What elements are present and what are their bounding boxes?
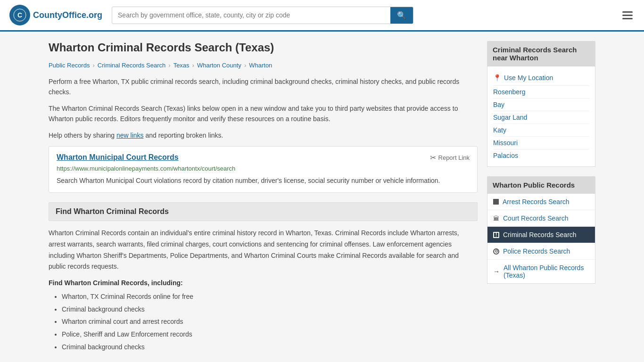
building-icon: 🏛 [493, 215, 499, 222]
logo-text: CountyOffice.org [33, 10, 102, 20]
breadcrumb-criminal-records-search[interactable]: Criminal Records Search [98, 62, 166, 69]
scissors-icon: ✂ [430, 153, 436, 162]
pin-icon: 📍 [493, 74, 501, 82]
breadcrumb: Public Records › Criminal Records Search… [49, 62, 478, 69]
record-card-url[interactable]: https://www.municipalonlinepayments.com/… [57, 165, 470, 172]
breadcrumb-wharton[interactable]: Wharton [249, 62, 272, 69]
near-location-bay[interactable]: Bay [493, 99, 589, 111]
sidebar: Criminal Records Search near Wharton 📍 U… [487, 41, 595, 353]
new-links-link[interactable]: new links [116, 132, 144, 139]
arrest-records-link[interactable]: Arrest Records Search [503, 198, 570, 206]
site-header: C CountyOffice.org 🔍 [0, 0, 644, 32]
section-header: Find Wharton Criminal Records [49, 202, 478, 221]
intro-paragraph-1: Perform a free Wharton, TX public crimin… [49, 76, 478, 98]
pub-record-police[interactable]: ⚙ Police Records Search [487, 243, 595, 260]
hamburger-menu[interactable] [620, 9, 635, 21]
public-records-title: Wharton Public Records [487, 176, 595, 194]
main-wrapper: Wharton Criminal Records Search (Texas) … [39, 32, 605, 362]
public-records-section: Wharton Public Records Arrest Records Se… [487, 176, 595, 284]
list-item: Wharton criminal court and arrest record… [62, 315, 478, 328]
site-logo[interactable]: C CountyOffice.org [9, 5, 102, 25]
near-location-missouri[interactable]: Missouri [493, 137, 589, 149]
near-wharton-section: Criminal Records Search near Wharton 📍 U… [487, 41, 595, 167]
record-card-header: Wharton Municipal Court Records ✂ Report… [57, 153, 470, 162]
near-location-sugar-land[interactable]: Sugar Land [493, 111, 589, 124]
list-item: Police, Sheriff and Law Enforcement reco… [62, 328, 478, 341]
gear-icon: ⚙ [493, 248, 499, 255]
report-link-button[interactable]: ✂ Report Link [430, 153, 470, 162]
pub-record-all[interactable]: → All Wharton Public Records (Texas) [487, 260, 595, 283]
search-bar: 🔍 [112, 7, 413, 24]
breadcrumb-public-records[interactable]: Public Records [49, 62, 90, 69]
list-item: Criminal background checks [62, 303, 478, 316]
arrow-icon: → [493, 268, 500, 275]
near-wharton-title: Criminal Records Search near Wharton [487, 41, 595, 66]
svg-text:C: C [17, 11, 22, 19]
near-location-palacios[interactable]: Palacios [493, 149, 589, 162]
pub-record-court[interactable]: 🏛 Court Records Search [487, 210, 595, 227]
near-location-katy[interactable]: Katy [493, 124, 589, 137]
pub-record-arrest[interactable]: Arrest Records Search [487, 194, 595, 210]
pub-record-criminal[interactable]: ! Criminal Records Search [487, 227, 595, 243]
list-item: Criminal background checks [62, 341, 478, 354]
breadcrumb-wharton-county[interactable]: Wharton County [197, 62, 241, 69]
page-title: Wharton Criminal Records Search (Texas) [49, 41, 478, 54]
public-records-list: Arrest Records Search 🏛 Court Records Se… [487, 194, 595, 284]
court-records-link[interactable]: Court Records Search [503, 214, 569, 222]
use-my-location-link[interactable]: Use My Location [504, 74, 553, 82]
near-wharton-list: 📍 Use My Location Rosenberg Bay Sugar La… [487, 66, 595, 167]
exclaim-icon: ! [493, 232, 499, 238]
search-input[interactable] [112, 8, 390, 23]
near-location-rosenberg[interactable]: Rosenberg [493, 86, 589, 99]
sub-heading: Find Wharton Criminal Records, including… [49, 279, 478, 287]
police-records-link[interactable]: Police Records Search [503, 247, 570, 255]
list-item: Wharton, TX Criminal Records online for … [62, 290, 478, 303]
record-card: Wharton Municipal Court Records ✂ Report… [49, 146, 478, 193]
criminal-records-link[interactable]: Criminal Records Search [503, 231, 577, 239]
intro-paragraph-2: The Wharton Criminal Records Search (Tex… [49, 103, 478, 124]
breadcrumb-texas[interactable]: Texas [173, 62, 190, 69]
intro-paragraph-3: Help others by sharing new links and rep… [49, 130, 478, 140]
logo-icon: C [9, 5, 30, 25]
search-button[interactable]: 🔍 [390, 7, 413, 24]
all-records-link[interactable]: All Wharton Public Records (Texas) [504, 264, 589, 279]
record-card-title[interactable]: Wharton Municipal Court Records [57, 153, 179, 162]
use-my-location-item[interactable]: 📍 Use My Location [493, 71, 589, 86]
square-icon [493, 199, 499, 205]
body-text: Wharton Criminal Records contain an indi… [49, 228, 478, 272]
bullet-list: Wharton, TX Criminal Records online for … [49, 290, 478, 353]
content-area: Wharton Criminal Records Search (Texas) … [49, 41, 478, 353]
record-card-desc: Search Wharton Municipal Court violation… [57, 176, 470, 186]
